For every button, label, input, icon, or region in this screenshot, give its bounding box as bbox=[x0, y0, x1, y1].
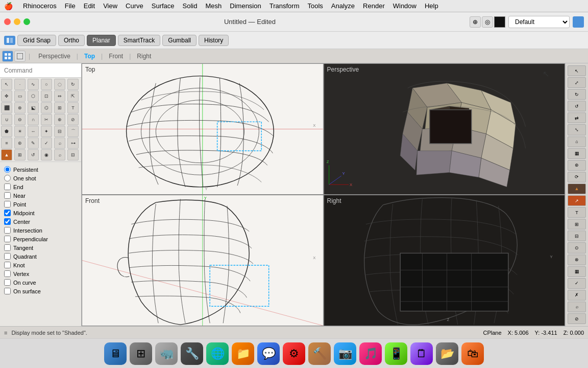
menu-render[interactable]: Render bbox=[359, 1, 389, 11]
right-tool-1[interactable]: ↖ bbox=[568, 65, 586, 76]
command-input[interactable] bbox=[0, 63, 81, 78]
search-tool[interactable]: ⌕ bbox=[54, 137, 65, 149]
viewport-top[interactable]: Top bbox=[82, 63, 324, 195]
menu-window[interactable]: Window bbox=[389, 1, 421, 11]
osnap-quadrant[interactable]: Quadrant bbox=[4, 252, 77, 261]
window-maximize[interactable] bbox=[23, 18, 30, 25]
right-tool-20[interactable]: ✗ bbox=[568, 290, 586, 301]
dock-finder[interactable]: 🖥 bbox=[104, 342, 127, 365]
dock-icon-11[interactable]: 🎵 bbox=[359, 342, 382, 365]
dock-icon-5[interactable]: 🌐 bbox=[206, 342, 229, 365]
window-minimize[interactable] bbox=[14, 18, 20, 25]
osnap-near[interactable]: Near bbox=[4, 191, 77, 200]
loop-tool[interactable]: ↺ bbox=[28, 149, 39, 160]
rect-tool[interactable]: ▭ bbox=[14, 90, 26, 102]
single-view-btn[interactable] bbox=[14, 51, 26, 62]
mesh-tool[interactable]: ⬟ bbox=[1, 126, 12, 137]
menu-dimension[interactable]: Dimension bbox=[226, 1, 265, 11]
dock-icon-7[interactable]: 💬 bbox=[257, 342, 280, 365]
right-tool-6[interactable]: ⤡ bbox=[568, 124, 586, 135]
osnap-tangent[interactable]: Tangent bbox=[4, 243, 77, 252]
osnap-end[interactable]: End bbox=[4, 182, 77, 191]
curve-tool[interactable]: ∿ bbox=[28, 79, 39, 90]
smarttrack-btn[interactable]: SmartTrack bbox=[118, 35, 161, 46]
right-tool-21[interactable]: ⌕ bbox=[568, 302, 586, 312]
right-tool-13[interactable]: T bbox=[568, 207, 586, 218]
right-tool-9[interactable]: ⊛ bbox=[568, 160, 586, 171]
text-tool[interactable]: T bbox=[67, 102, 79, 113]
right-tool-14[interactable]: ⊞ bbox=[568, 219, 586, 229]
sidebar-toggle-left[interactable] bbox=[4, 36, 15, 45]
right-tool-8[interactable]: ▦ bbox=[568, 148, 586, 159]
right-tool-22[interactable]: ⊘ bbox=[568, 313, 586, 324]
menu-curve[interactable]: Curve bbox=[121, 1, 148, 11]
window-close[interactable] bbox=[4, 18, 11, 25]
menu-solid[interactable]: Solid bbox=[179, 1, 202, 11]
dock-icon-6[interactable]: 📁 bbox=[232, 342, 254, 365]
osnap-onsurface[interactable]: On surface bbox=[4, 287, 77, 295]
gumball-btn[interactable]: Gumball bbox=[162, 35, 197, 46]
right-tool-18[interactable]: ▦ bbox=[568, 266, 586, 277]
persistent-radio[interactable]: Persistent bbox=[4, 165, 77, 174]
right-tool-2[interactable]: ⤢ bbox=[568, 77, 586, 88]
menu-surface[interactable]: Surface bbox=[148, 1, 179, 11]
apple-menu[interactable]: 🍎 bbox=[4, 2, 13, 10]
menu-help[interactable]: Help bbox=[421, 1, 443, 11]
osnap-intersection[interactable]: Intersection bbox=[4, 226, 77, 235]
dock-icon-4[interactable]: 🔧 bbox=[181, 342, 203, 365]
ortho-btn[interactable]: Ortho bbox=[58, 35, 85, 46]
dock-launchpad[interactable]: ⊞ bbox=[130, 342, 152, 365]
right-tool-10[interactable]: ⟳ bbox=[568, 172, 586, 182]
right-tool-19[interactable]: ✓ bbox=[568, 278, 586, 289]
osnap-vertex[interactable]: Vertex bbox=[4, 269, 77, 278]
dock-icon-14[interactable]: 📂 bbox=[436, 342, 458, 365]
dock-rhino[interactable]: 🦏 bbox=[155, 342, 178, 365]
tab-perspective[interactable]: Perspective bbox=[33, 51, 76, 61]
pan-tool[interactable]: ✥ bbox=[1, 90, 12, 102]
circle-tool[interactable]: ○ bbox=[41, 79, 52, 90]
copy-tool[interactable]: ⊟ bbox=[54, 126, 65, 137]
fillet-tool[interactable]: ⌒ bbox=[67, 126, 79, 137]
osnap-point[interactable]: Point bbox=[4, 200, 77, 209]
sweep-tool[interactable]: ⌬ bbox=[41, 102, 52, 113]
edit-tool[interactable]: ✎ bbox=[28, 137, 39, 149]
dock-icon-8[interactable]: ⚙ bbox=[283, 342, 305, 365]
display-tool[interactable]: ⊶ bbox=[67, 137, 79, 149]
history-btn[interactable]: History bbox=[199, 35, 229, 46]
right-tool-5[interactable]: ⇄ bbox=[568, 112, 586, 123]
extrude-tool[interactable]: ⬛ bbox=[1, 102, 12, 113]
select-tool[interactable]: ↖ bbox=[1, 79, 12, 90]
viewport-perspective[interactable]: Perspective ↖ bbox=[324, 63, 566, 195]
extras-tool[interactable]: ⊟ bbox=[67, 149, 79, 160]
grid-view-btn[interactable] bbox=[2, 51, 13, 62]
dock-icon-15[interactable]: 🛍 bbox=[461, 342, 484, 365]
layers-tool[interactable]: ≡ bbox=[1, 137, 12, 149]
arc-tool[interactable]: ◌ bbox=[54, 79, 65, 90]
obj-snap-tool[interactable]: ⊞ bbox=[14, 149, 26, 160]
tab-top[interactable]: Top bbox=[79, 51, 100, 61]
display-mode-dropdown[interactable]: Default bbox=[508, 16, 570, 28]
menu-transform[interactable]: Transform bbox=[265, 1, 304, 11]
right-tool-17[interactable]: ⊗ bbox=[568, 255, 586, 265]
menu-view[interactable]: View bbox=[99, 1, 121, 11]
right-tool-15[interactable]: ⊟ bbox=[568, 231, 586, 241]
render-tool[interactable]: ☀ bbox=[14, 126, 26, 137]
dim-tool[interactable]: ↔ bbox=[28, 126, 39, 137]
join-tool[interactable]: ⊕ bbox=[54, 114, 65, 125]
sidebar-toggle-right[interactable] bbox=[573, 16, 584, 28]
split-tool[interactable]: ⊘ bbox=[67, 114, 79, 125]
menu-mesh[interactable]: Mesh bbox=[202, 1, 226, 11]
offset-tool[interactable]: ⇱ bbox=[67, 90, 79, 102]
osnap-knot[interactable]: Knot bbox=[4, 261, 77, 269]
scale-tool[interactable]: ⊡ bbox=[41, 90, 52, 102]
osnap-midpoint[interactable]: Midpoint bbox=[4, 209, 77, 217]
dock-icon-9[interactable]: 🔨 bbox=[308, 342, 331, 365]
dock-icon-10[interactable]: 📷 bbox=[334, 342, 356, 365]
color-swatch[interactable] bbox=[494, 16, 505, 28]
menu-edit[interactable]: Edit bbox=[80, 1, 99, 11]
point-tool[interactable]: · bbox=[14, 79, 26, 90]
menu-tools[interactable]: Tools bbox=[303, 1, 327, 11]
patch-tool[interactable]: ⊞ bbox=[54, 102, 65, 113]
menu-rhinoceros[interactable]: Rhinoceros bbox=[19, 1, 61, 11]
boolean-int-tool[interactable]: ∩ bbox=[28, 114, 39, 125]
